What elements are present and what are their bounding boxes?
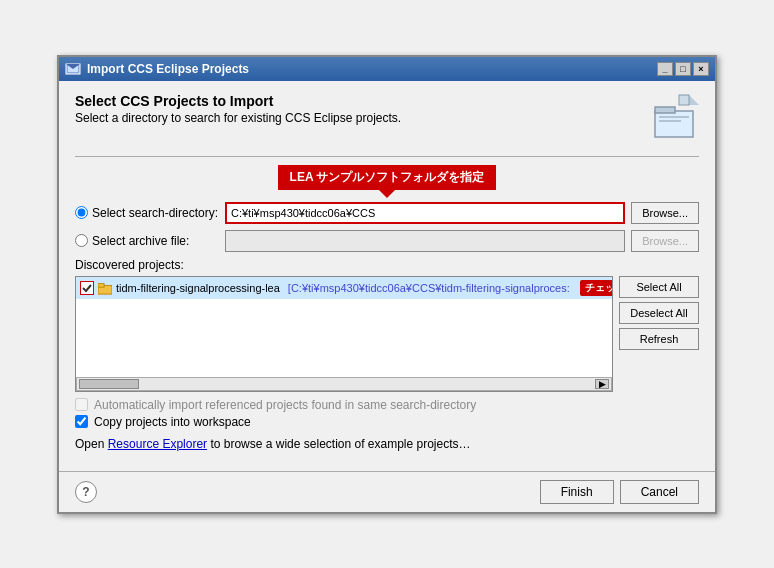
link-suffix: to browse a wide selection of example pr… bbox=[207, 437, 470, 451]
main-window: Import CCS Eclipse Projects _ □ × Select… bbox=[57, 55, 717, 514]
project-list[interactable]: tidm-filtering-signalprocessing-lea [C:¥… bbox=[75, 276, 613, 392]
header-text: Select CCS Projects to Import Select a d… bbox=[75, 93, 401, 125]
refresh-button[interactable]: Refresh bbox=[619, 328, 699, 350]
window-title: Import CCS Eclipse Projects bbox=[87, 62, 249, 76]
archive-file-row: Select archive file: Browse... bbox=[75, 230, 699, 252]
header-separator bbox=[75, 156, 699, 157]
search-directory-row: Select search-directory: Browse... bbox=[75, 202, 699, 224]
horizontal-scrollbar[interactable]: ▶ bbox=[76, 377, 612, 391]
scroll-right-arrow[interactable]: ▶ bbox=[595, 379, 609, 389]
close-button[interactable]: × bbox=[693, 62, 709, 76]
archive-file-label: Select archive file: bbox=[92, 234, 189, 248]
callout-label: LEA サンプルソフトフォルダを指定 bbox=[278, 165, 497, 190]
svg-rect-10 bbox=[98, 283, 104, 287]
browse-directory-button[interactable]: Browse... bbox=[631, 202, 699, 224]
auto-import-checkbox[interactable] bbox=[75, 398, 88, 411]
link-section: Open Resource Explorer to browse a wide … bbox=[75, 437, 699, 451]
copy-projects-option: Copy projects into workspace bbox=[75, 415, 699, 429]
auto-import-label: Automatically import referenced projects… bbox=[94, 398, 476, 412]
project-list-inner: tidm-filtering-signalprocessing-lea [C:¥… bbox=[76, 277, 612, 377]
browse-archive-button[interactable]: Browse... bbox=[631, 230, 699, 252]
titlebar-controls[interactable]: _ □ × bbox=[657, 62, 709, 76]
project-list-container: tidm-filtering-signalprocessing-lea [C:¥… bbox=[75, 276, 699, 392]
archive-file-radio[interactable] bbox=[75, 234, 88, 247]
search-directory-radio[interactable] bbox=[75, 206, 88, 219]
footer-left: ? bbox=[75, 481, 97, 503]
list-item[interactable]: tidm-filtering-signalprocessing-lea [C:¥… bbox=[76, 277, 612, 299]
discovered-label: Discovered projects: bbox=[75, 258, 699, 272]
help-button[interactable]: ? bbox=[75, 481, 97, 503]
select-all-button[interactable]: Select All bbox=[619, 276, 699, 298]
archive-file-input[interactable] bbox=[225, 230, 625, 252]
list-action-buttons: Select All Deselect All Refresh bbox=[619, 276, 699, 392]
window-icon bbox=[65, 61, 81, 77]
cancel-button[interactable]: Cancel bbox=[620, 480, 699, 504]
scrollbar-thumb[interactable] bbox=[79, 379, 139, 389]
archive-file-radio-label[interactable]: Select archive file: bbox=[75, 234, 225, 248]
titlebar-left: Import CCS Eclipse Projects bbox=[65, 61, 249, 77]
project-checkbox[interactable] bbox=[80, 281, 94, 295]
header-section: Select CCS Projects to Import Select a d… bbox=[75, 93, 699, 144]
page-subtitle: Select a directory to search for existin… bbox=[75, 111, 401, 125]
main-content: Select CCS Projects to Import Select a d… bbox=[59, 81, 715, 471]
check-badge: チェック bbox=[580, 280, 612, 296]
link-prefix: Open bbox=[75, 437, 108, 451]
header-icon bbox=[651, 93, 699, 144]
page-title: Select CCS Projects to Import bbox=[75, 93, 401, 109]
footer: ? Finish Cancel bbox=[59, 471, 715, 512]
resource-explorer-link[interactable]: Resource Explorer bbox=[108, 437, 207, 451]
callout-wrapper: LEA サンプルソフトフォルダを指定 bbox=[75, 165, 699, 190]
search-directory-input[interactable] bbox=[225, 202, 625, 224]
maximize-button[interactable]: □ bbox=[675, 62, 691, 76]
folder-icon bbox=[98, 281, 112, 295]
svg-rect-6 bbox=[679, 95, 689, 105]
search-directory-radio-label[interactable]: Select search-directory: bbox=[75, 206, 225, 220]
deselect-all-button[interactable]: Deselect All bbox=[619, 302, 699, 324]
footer-buttons: Finish Cancel bbox=[540, 480, 699, 504]
auto-import-option: Automatically import referenced projects… bbox=[75, 398, 699, 412]
copy-projects-checkbox[interactable] bbox=[75, 415, 88, 428]
project-path: [C:¥ti¥msp430¥tidcc06a¥CCS¥tidm-filterin… bbox=[288, 282, 570, 294]
search-directory-label: Select search-directory: bbox=[92, 206, 218, 220]
project-name: tidm-filtering-signalprocessing-lea bbox=[116, 282, 280, 294]
svg-rect-4 bbox=[655, 107, 675, 113]
svg-marker-5 bbox=[689, 95, 699, 105]
copy-projects-label: Copy projects into workspace bbox=[94, 415, 251, 429]
finish-button[interactable]: Finish bbox=[540, 480, 614, 504]
titlebar: Import CCS Eclipse Projects _ □ × bbox=[59, 57, 715, 81]
minimize-button[interactable]: _ bbox=[657, 62, 673, 76]
svg-rect-3 bbox=[655, 111, 693, 137]
